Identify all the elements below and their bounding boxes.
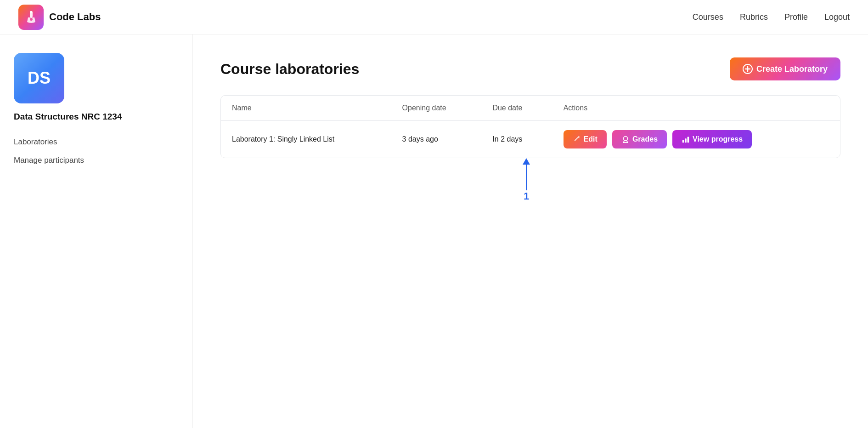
svg-point-1 — [30, 18, 33, 21]
lab-opening-date: 3 days ago — [391, 121, 482, 158]
sidebar: DS Data Structures NRC 1234 Laboratories… — [0, 34, 193, 428]
nav-profile[interactable]: Profile — [784, 12, 808, 22]
svg-rect-8 — [685, 138, 687, 143]
main-header: Course laboratories Create Laboratory — [220, 57, 840, 80]
sidebar-item-laboratories[interactable]: Laboratories — [14, 135, 179, 149]
nav-courses[interactable]: Courses — [693, 12, 723, 22]
avatar: DS — [14, 53, 64, 103]
sidebar-item-manage-participants[interactable]: Manage participants — [14, 153, 179, 168]
header: Code Labs Courses Rubrics Profile Logout — [0, 0, 868, 34]
arrow-line — [526, 163, 527, 190]
edit-icon — [573, 135, 581, 143]
lab-actions: Edit Grades — [552, 121, 840, 158]
col-opening-date: Opening date — [391, 96, 482, 121]
sidebar-nav: Laboratories Manage participants — [14, 135, 179, 168]
create-laboratory-label: Create Laboratory — [756, 64, 828, 74]
page-title: Course laboratories — [220, 61, 359, 78]
view-progress-label: View progress — [693, 135, 743, 143]
edit-label: Edit — [584, 135, 597, 143]
edit-button[interactable]: Edit — [564, 130, 607, 148]
grades-button[interactable]: Grades — [612, 130, 667, 148]
laboratories-table: Name Opening date Due date Actions Labor… — [220, 95, 840, 158]
svg-rect-9 — [688, 137, 689, 143]
annotation: 1 — [220, 158, 840, 195]
logo-icon — [18, 5, 44, 30]
main-content: Course laboratories Create Laboratory Na… — [193, 34, 868, 428]
layout: DS Data Structures NRC 1234 Laboratories… — [0, 34, 868, 428]
plus-circle-icon — [743, 64, 753, 74]
logo: Code Labs — [18, 5, 101, 30]
svg-rect-2 — [30, 11, 32, 13]
logo-text: Code Labs — [49, 11, 101, 23]
annotation-arrow: 1 — [524, 163, 529, 202]
lab-name: Laboratory 1: Singly Linked List — [221, 121, 391, 158]
col-name: Name — [221, 96, 391, 121]
nav-logout[interactable]: Logout — [824, 12, 850, 22]
course-name: Data Structures NRC 1234 — [14, 112, 179, 122]
svg-rect-7 — [682, 140, 684, 143]
header-nav: Courses Rubrics Profile Logout — [693, 12, 850, 22]
lab-due-date: In 2 days — [481, 121, 552, 158]
col-actions: Actions — [552, 96, 840, 121]
view-progress-button[interactable]: View progress — [672, 130, 752, 148]
progress-icon — [682, 135, 690, 143]
annotation-number: 1 — [524, 190, 529, 202]
grades-label: Grades — [632, 135, 658, 143]
actions-cell: Edit Grades — [564, 130, 829, 148]
grades-icon — [621, 135, 630, 143]
svg-point-6 — [623, 137, 627, 141]
nav-rubrics[interactable]: Rubrics — [740, 12, 768, 22]
create-laboratory-button[interactable]: Create Laboratory — [730, 57, 840, 80]
table-row: Laboratory 1: Singly Linked List 3 days … — [221, 121, 840, 158]
col-due-date: Due date — [481, 96, 552, 121]
